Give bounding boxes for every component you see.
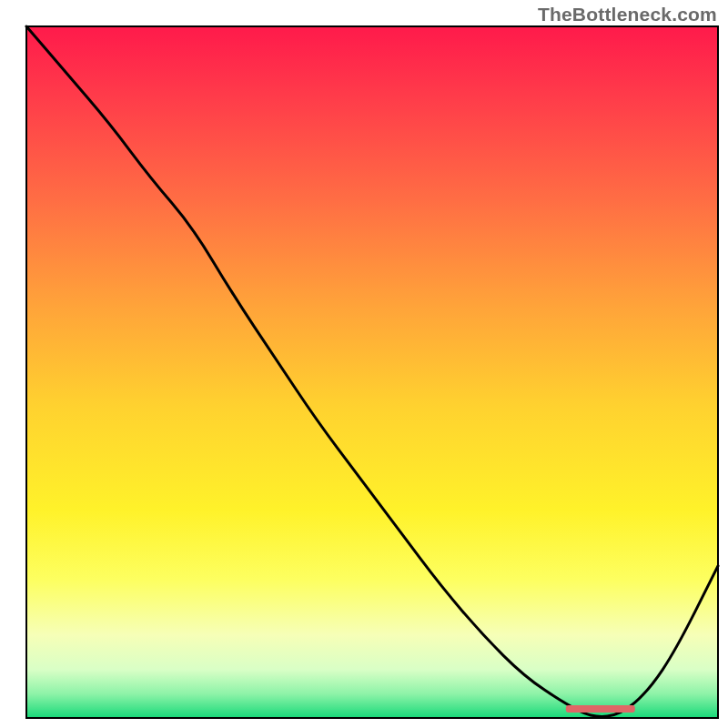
chart-container: { "watermark": "TheBottleneck.com", "cha… [0,0,728,728]
plot-background [26,26,718,718]
watermark-label: TheBottleneck.com [538,4,717,25]
highlight-bar [566,705,635,713]
bottleneck-chart [0,0,728,728]
